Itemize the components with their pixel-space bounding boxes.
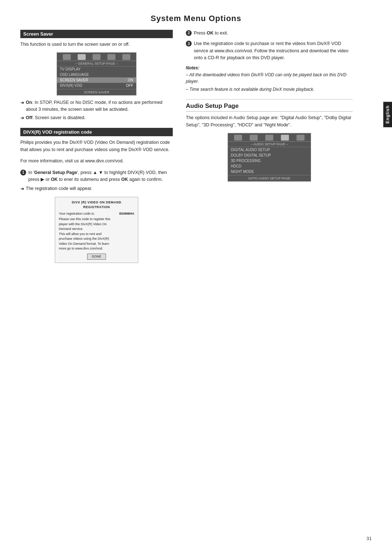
reg-dialog-body: Please use this code to register this pl… bbox=[59, 217, 134, 251]
reg-dialog-title: DIVX (R) VIDEO ON DEMAND REGISTRATION bbox=[59, 200, 134, 210]
bullet-reg-code: ➜ The registration code will appear. bbox=[20, 185, 173, 193]
audio-icon-5 bbox=[297, 135, 305, 141]
audio-row-hdcd: HDCD bbox=[228, 163, 311, 169]
bullet-on: ➜ On: In STOP, PAUSE or No DISC mode, if… bbox=[20, 99, 173, 113]
menu-row-divx: DIVX(R) VODOFF bbox=[57, 83, 136, 88]
step-3-text: Use the registration code to purchase or… bbox=[194, 40, 353, 61]
step-2-text: Press OK to exit. bbox=[194, 30, 228, 37]
menu-label: – GENERAL SETUP PAGE – bbox=[57, 61, 136, 66]
audio-setup-title: Audio Setup Page bbox=[186, 102, 353, 112]
screen-saver-section: Screen Saver This function is used to tu… bbox=[20, 30, 173, 121]
step-3-number: 3 bbox=[186, 41, 192, 46]
reg-done-area: DONE bbox=[59, 254, 134, 260]
step-1-number: 1 bbox=[20, 170, 26, 175]
menu-icons-row bbox=[57, 53, 136, 61]
menu-row-screensaver: SCREEN SAVERON bbox=[57, 77, 136, 83]
menu-icon-1 bbox=[63, 54, 71, 60]
divider bbox=[186, 99, 353, 100]
bullet-off-text: Off: Screen saver is disabled. bbox=[26, 114, 86, 121]
bullet-reg-text: The registration code will appear. bbox=[26, 185, 92, 192]
right-column: 2 Press OK to exit. 3 Use the registrati… bbox=[186, 30, 353, 270]
audio-row-digital: DIGITAL AUDIO SETUP bbox=[228, 147, 311, 153]
audio-setup-body: The options included in Audio Setup page… bbox=[186, 114, 353, 129]
step-2: 2 Press OK to exit. bbox=[186, 30, 353, 37]
step-1: 1 In 'General Setup Page', press ▲ ▼ to … bbox=[20, 169, 173, 183]
screen-saver-menu: – GENERAL SETUP PAGE – TV DISPLAY OSD LA… bbox=[57, 52, 136, 96]
done-button[interactable]: DONE bbox=[87, 254, 106, 260]
divx-vod-body1: Philips provides you the DivX® VOD (Vide… bbox=[20, 139, 173, 153]
audio-row-3d: 3D PROCESSING bbox=[228, 158, 311, 163]
left-column: Screen Saver This function is used to tu… bbox=[20, 30, 173, 270]
menu-icon-3 bbox=[93, 54, 101, 60]
step-3: 3 Use the registration code to purchase … bbox=[186, 40, 353, 61]
menu-icon-4 bbox=[107, 54, 115, 60]
menu-footer: SCREEN SAVER bbox=[57, 89, 136, 95]
menu-row-tv: TV DISPLAY bbox=[57, 66, 136, 72]
divx-vod-section: DIVX(R) VOD registration code Philips pr… bbox=[20, 128, 173, 263]
language-tab: English bbox=[383, 102, 392, 127]
screen-saver-body: This function is used to turn the screen… bbox=[20, 41, 173, 48]
divx-vod-header: DIVX(R) VOD registration code bbox=[20, 128, 173, 136]
arrow-icon-reg: ➜ bbox=[20, 185, 24, 193]
notes-title: Notes: bbox=[186, 65, 353, 70]
screen-saver-header: Screen Saver bbox=[20, 30, 173, 38]
menu-row-osd: OSD LANGUAGE bbox=[57, 72, 136, 77]
audio-row-night: NIGHT MODE bbox=[228, 169, 311, 174]
page-number: 31 bbox=[367, 536, 372, 541]
bullet-off: ➜ Off: Screen saver is disabled. bbox=[20, 114, 173, 122]
menu-icon-2 bbox=[78, 54, 86, 60]
notes-item-2: – Time search feature is not available d… bbox=[186, 86, 353, 93]
reg-code-value: 8S0M8HA bbox=[119, 211, 134, 216]
audio-menu-label: – AUDIO SETUP PAGE – bbox=[228, 142, 311, 147]
arrow-icon-on: ➜ bbox=[20, 99, 24, 106]
menu-icon-5 bbox=[122, 54, 130, 60]
step-2-number: 2 bbox=[186, 30, 192, 36]
audio-row-dolby: DOLBY DIGITAL SETUP bbox=[228, 153, 311, 158]
reg-code-label: Your registration code is: bbox=[59, 211, 95, 216]
bullet-on-text: On: In STOP, PAUSE or No DISC mode, if n… bbox=[26, 99, 173, 113]
reg-dialog: DIVX (R) VIDEO ON DEMAND REGISTRATION Yo… bbox=[55, 197, 138, 263]
audio-icon-3 bbox=[265, 135, 273, 141]
audio-icon-2 bbox=[250, 135, 258, 141]
audio-menu-footer: GOTO AUDIO SETUP PAGE bbox=[228, 175, 311, 181]
divx-vod-body2: For more information, visit us at www.di… bbox=[20, 158, 173, 165]
audio-setup-menu: – AUDIO SETUP PAGE – DIGITAL AUDIO SETUP… bbox=[228, 133, 311, 182]
page-title: System Menu Options bbox=[0, 0, 392, 30]
audio-icon-4 bbox=[281, 135, 289, 141]
audio-menu-icons bbox=[228, 133, 311, 142]
reg-code-row: Your registration code is: 8S0M8HA bbox=[59, 211, 134, 216]
step-1-text: In 'General Setup Page', press ▲ ▼ to hi… bbox=[28, 169, 173, 183]
notes-item-1: – All the downloaded videos from DivX® V… bbox=[186, 72, 353, 85]
arrow-icon-off: ➜ bbox=[20, 114, 24, 122]
notes-section: Notes: – All the downloaded videos from … bbox=[186, 65, 353, 93]
audio-icon-1 bbox=[234, 135, 242, 141]
